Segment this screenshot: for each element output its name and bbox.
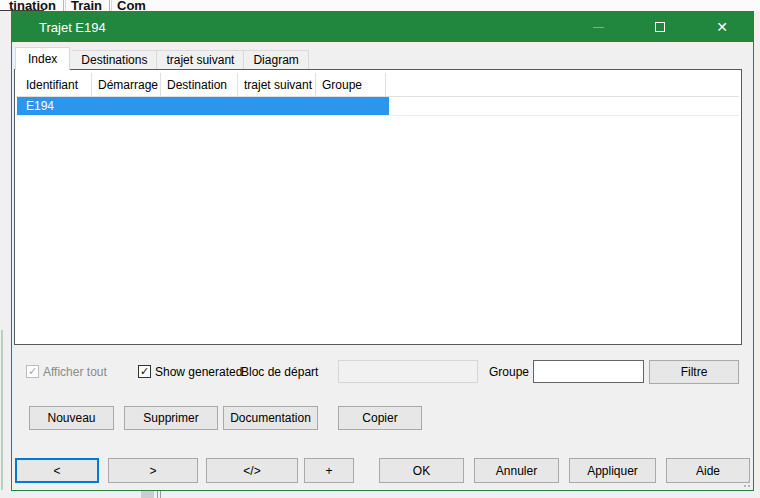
show-generated-label: Show generated <box>155 365 242 379</box>
column-header-demarrage[interactable]: Démarrage <box>92 73 161 96</box>
copier-button[interactable]: Copier <box>338 406 422 430</box>
column-header-groupe[interactable]: Groupe <box>316 73 386 96</box>
appliquer-button[interactable]: Appliquer <box>569 458 656 483</box>
show-generated-checkbox[interactable]: ✓ <box>138 365 151 378</box>
parent-scrollbar-edge <box>157 491 158 498</box>
column-header-identifiant[interactable]: Identifiant <box>17 73 92 96</box>
tab-index[interactable]: Index <box>15 47 70 70</box>
row-selection-highlight: E194 <box>17 97 389 115</box>
resize-grip[interactable] <box>742 479 750 487</box>
prev-button[interactable]: < <box>15 458 99 483</box>
column-header-destination[interactable]: Destination <box>161 73 238 96</box>
nouveau-button[interactable]: Nouveau <box>29 406 114 430</box>
plus-button[interactable]: + <box>304 458 354 483</box>
close-button[interactable]: ✕ <box>691 12 753 42</box>
menu-item-com[interactable]: Com <box>110 0 153 11</box>
annuler-button[interactable]: Annuler <box>474 458 559 483</box>
aide-button[interactable]: Aide <box>666 458 750 483</box>
table-row[interactable]: E194 <box>17 97 739 116</box>
trajet-list: Identifiant Démarrage Destination trajet… <box>14 69 742 345</box>
groupe-label: Groupe <box>489 365 529 379</box>
screen: tination Train Com Trajet E194 ✕ Index D… <box>0 0 760 498</box>
maximize-icon <box>655 22 665 32</box>
bloc-depart-input <box>338 360 478 383</box>
filtre-button[interactable]: Filtre <box>649 360 739 384</box>
titlebar[interactable]: Trajet E194 ✕ <box>12 12 753 42</box>
row-identifiant: E194 <box>17 99 54 113</box>
bloc-depart-label: Bloc de départ <box>241 365 318 379</box>
tab-destinations[interactable]: Destinations <box>72 50 157 70</box>
documentation-button[interactable]: Documentation <box>223 406 318 430</box>
minimize-button <box>567 12 629 42</box>
groupe-input[interactable] <box>533 360 644 383</box>
maximize-button[interactable] <box>629 12 691 42</box>
supprimer-button[interactable]: Supprimer <box>124 406 218 430</box>
minimize-icon <box>593 27 604 28</box>
parent-scrollbar-edge <box>160 491 161 498</box>
check-icon: ✓ <box>140 366 149 377</box>
tab-strip: Index Destinations trajet suivant Diagra… <box>15 47 309 70</box>
afficher-tout-checkbox: ✓ <box>26 365 39 378</box>
tab-diagram[interactable]: Diagram <box>244 50 308 70</box>
dialog-title: Trajet E194 <box>39 20 106 35</box>
afficher-tout-label: Afficher tout <box>43 365 107 379</box>
trajet-dialog: Trajet E194 ✕ Index Destinations trajet … <box>11 11 754 491</box>
check-icon: ✓ <box>28 366 37 377</box>
parent-menubar: tination Train Com <box>0 0 760 11</box>
next-button[interactable]: > <box>108 458 198 483</box>
parent-scrollbar-thumb[interactable] <box>141 491 154 498</box>
tab-trajet-suivant[interactable]: trajet suivant <box>157 50 244 70</box>
code-button[interactable]: </> <box>206 458 298 483</box>
list-header: Identifiant Démarrage Destination trajet… <box>17 73 739 97</box>
column-header-filler <box>386 73 739 96</box>
parent-window-edge <box>1 330 3 490</box>
column-header-trajet-suivant[interactable]: trajet suivant <box>238 73 316 96</box>
menu-item-train[interactable]: Train <box>64 0 109 11</box>
close-icon: ✕ <box>716 20 728 34</box>
ok-button[interactable]: OK <box>379 458 464 483</box>
